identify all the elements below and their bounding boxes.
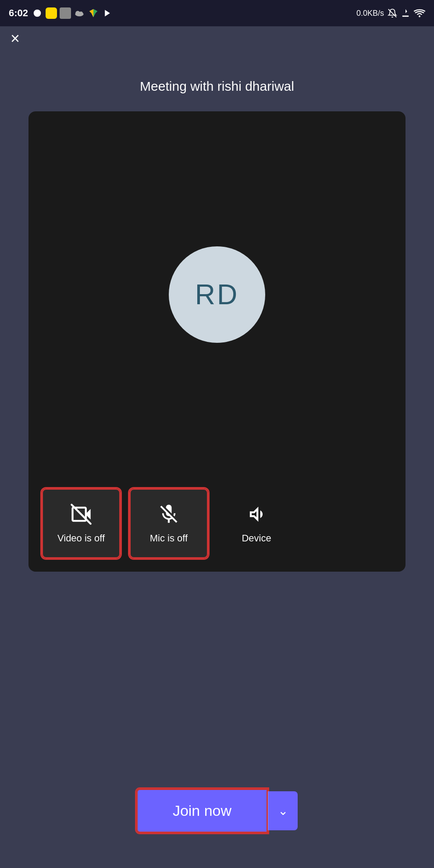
time-display: 6:02 xyxy=(9,7,28,19)
speaker-icon xyxy=(245,503,268,528)
svg-rect-9 xyxy=(402,16,409,17)
device-button[interactable]: Device xyxy=(217,488,296,559)
network-speed: 0.0KB/s xyxy=(356,9,384,18)
close-icon: × xyxy=(11,29,20,47)
status-left: 6:02 xyxy=(9,7,113,19)
notification-icon xyxy=(32,7,43,19)
svg-point-3 xyxy=(79,11,83,15)
status-right: 0.0KB/s xyxy=(356,8,425,18)
status-icons xyxy=(32,7,113,19)
join-now-button[interactable]: Join now xyxy=(136,789,268,833)
mic-off-label: Mic is off xyxy=(150,533,188,544)
cloud-icon xyxy=(74,7,85,19)
close-button[interactable]: × xyxy=(11,31,20,46)
meeting-title: Meeting with rishi dhariwal xyxy=(0,79,434,94)
wifi-icon xyxy=(414,8,425,18)
video-toggle-button[interactable]: Video is off xyxy=(42,488,121,559)
svg-marker-6 xyxy=(89,9,93,17)
mic-off-icon xyxy=(157,503,180,528)
play-icon xyxy=(102,7,113,19)
mic-toggle-button[interactable]: Mic is off xyxy=(129,488,208,559)
app-icon-yellow xyxy=(46,7,57,19)
svg-point-10 xyxy=(419,16,420,18)
device-label: Device xyxy=(242,533,271,544)
avatar-initials: RD xyxy=(195,278,239,311)
bottom-action-area: Join now ⌄ xyxy=(0,789,434,833)
video-content: RD xyxy=(28,111,406,478)
svg-marker-5 xyxy=(93,9,97,17)
svg-point-0 xyxy=(34,10,41,17)
chevron-down-icon: ⌄ xyxy=(278,804,288,818)
video-off-label: Video is off xyxy=(57,533,105,544)
avatar: RD xyxy=(169,246,265,343)
bell-muted-icon xyxy=(388,8,397,18)
join-dropdown-button[interactable]: ⌄ xyxy=(268,791,298,830)
status-bar: 6:02 xyxy=(0,0,434,26)
video-off-icon xyxy=(70,503,92,528)
arrow-in-icon xyxy=(401,8,410,18)
video-preview-area: RD Video is off Mic is off xyxy=(28,111,406,572)
maps-icon xyxy=(88,7,99,19)
svg-marker-7 xyxy=(105,10,110,17)
controls-row: Video is off Mic is off Device xyxy=(28,478,406,572)
app-icon-gray xyxy=(60,7,71,19)
